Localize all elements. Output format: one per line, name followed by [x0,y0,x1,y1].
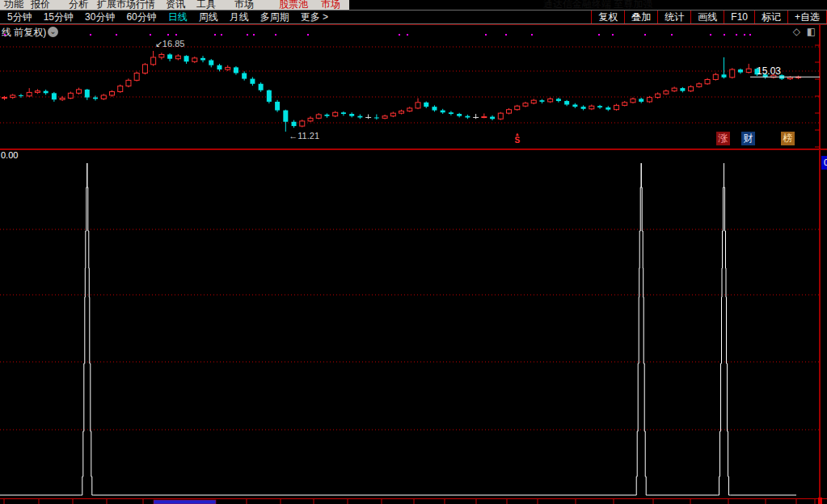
trading-terminal: { "menubar": { "items": ["功能","报价","分析",… [0,0,827,504]
event-dot [644,34,646,36]
badge-bang[interactable]: 榜 [781,132,795,145]
badge-zhang[interactable]: 涨 [716,132,730,145]
date-axis-corner [818,498,822,504]
signal-spike [81,163,87,495]
last-price-label: 15.03 [757,65,781,77]
event-dot [710,34,711,36]
event-dot [724,34,725,36]
event-dot [531,34,533,36]
event-dot [744,34,745,36]
high-price-label: ↙16.85 [155,39,185,49]
event-dot [275,34,276,36]
signal-spike [641,163,648,495]
event-dot [307,34,309,36]
badge-cai[interactable]: 财 [741,132,755,145]
chart-canvas[interactable] [0,0,827,504]
signal-spike [718,163,724,495]
event-dot [150,34,151,36]
event-dot [221,34,222,36]
event-dot [90,34,91,36]
event-dot [671,34,673,36]
event-dot [598,34,600,36]
event-dot [612,34,614,36]
event-dot [4,34,6,36]
event-dot [175,34,177,36]
candlestick-series [2,51,801,132]
indicator-axis-label: 0 [821,156,827,170]
event-dot [214,34,216,36]
event-dot [399,34,400,36]
sell-signal-marker: ▲ S [513,132,522,145]
signal-spike [87,163,94,495]
indicator-value-label: 0.00 [1,150,18,160]
event-dot [116,34,117,36]
event-dot [505,34,507,36]
event-dot [485,34,487,36]
event-dot [167,34,169,36]
event-dot [736,34,737,36]
low-price-label: ←11.21 [289,131,319,141]
event-dot [247,34,248,36]
visible-range-indicator [154,500,216,504]
event-dot [253,34,255,36]
signal-spike [724,163,731,495]
signal-spike [635,163,641,495]
event-dot [407,34,408,36]
event-dot [749,34,751,36]
